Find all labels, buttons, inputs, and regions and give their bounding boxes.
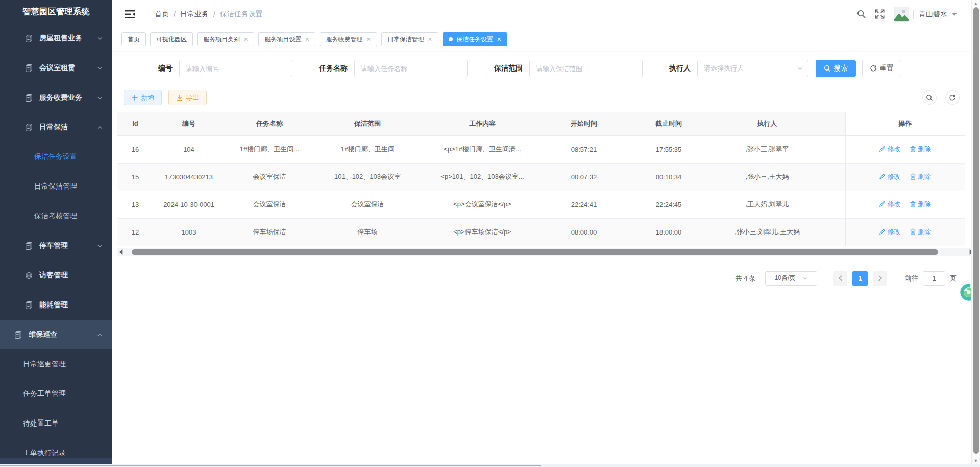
- close-icon[interactable]: ✕: [243, 37, 248, 42]
- page-horizontal-scrollbar[interactable]: [0, 464, 980, 467]
- tab-service-category[interactable]: 服务项目类别✕: [197, 32, 254, 46]
- sidebar-item-daily-cleaning[interactable]: 日常保洁: [0, 112, 112, 142]
- collapse-sidebar-icon[interactable]: [125, 10, 135, 19]
- scroll-down-arrow-icon[interactable]: ▼: [972, 458, 980, 464]
- cell-filler: [821, 163, 845, 191]
- cell-start-time: 00:07:32: [544, 163, 624, 191]
- cell-id: 12: [117, 218, 153, 246]
- page-horizontal-scroll-thumb[interactable]: [0, 465, 541, 466]
- filter-executor-label: 执行人: [669, 64, 691, 73]
- reset-button[interactable]: 重置: [862, 60, 901, 77]
- vertical-scroll-thumb[interactable]: [973, 7, 979, 454]
- tab-visual-park[interactable]: 可视化园区: [150, 32, 193, 46]
- tabbar: 首页 可视化园区 服务项目类别✕ 服务项目设置✕ 服务收费管理✕ 日常保洁管理✕…: [112, 28, 980, 51]
- cell-content: <p>1#楼门廊、卫生间清...: [421, 135, 544, 163]
- edit-label: 修改: [887, 200, 900, 209]
- sidebar-item-service-charge[interactable]: 服务收费业务: [0, 83, 112, 112]
- tab-home[interactable]: 首页: [121, 32, 146, 46]
- scroll-left-arrow-icon[interactable]: [118, 249, 124, 255]
- sidebar-item-parking-management[interactable]: 停车管理: [0, 231, 112, 261]
- tab-daily-cleaning-management[interactable]: 日常保洁管理✕: [381, 32, 438, 46]
- close-icon[interactable]: ✕: [497, 37, 501, 42]
- page-size-select[interactable]: 10条/页: [765, 271, 817, 286]
- cell-executor: ,王大妈,刘翠儿: [714, 191, 821, 218]
- sidebar-item-pending-workorder[interactable]: 待处置工单: [0, 409, 112, 438]
- page-vertical-scrollbar[interactable]: ▲ ▼: [971, 0, 980, 467]
- cell-start-time: 08:00:00: [544, 218, 624, 246]
- cell-end-time: 17:55:35: [624, 135, 714, 163]
- close-icon[interactable]: ✕: [366, 37, 371, 42]
- username[interactable]: 青山碧水: [919, 10, 947, 19]
- filter-scope-input[interactable]: [529, 60, 643, 77]
- goto-label: 前往: [905, 274, 918, 283]
- cell-filler: [821, 191, 845, 218]
- breadcrumb-daily-business[interactable]: 日常业务: [180, 10, 209, 19]
- edit-button[interactable]: 修改: [879, 227, 900, 237]
- sidebar-item-meeting-room-rental[interactable]: 会议室租赁: [0, 53, 112, 83]
- cell-operation: 修改 删除: [845, 163, 965, 191]
- horizontal-scroll-thumb[interactable]: [132, 249, 938, 255]
- col-operation: 操作: [845, 112, 965, 135]
- export-button[interactable]: 导出: [168, 90, 207, 105]
- cell-task-name: 停车场保洁: [225, 218, 314, 246]
- table-horizontal-scrollbar[interactable]: [117, 248, 975, 256]
- sidebar-item-daily-cleaning-management[interactable]: 日常保洁管理: [0, 172, 112, 201]
- next-page-button[interactable]: [873, 271, 887, 286]
- goto-page: 前往 页: [905, 271, 957, 286]
- delete-button[interactable]: 删除: [910, 145, 931, 154]
- close-icon[interactable]: ✕: [428, 37, 432, 42]
- add-button[interactable]: 新增: [124, 90, 162, 105]
- sidebar-item-visitor-management[interactable]: 访客管理: [0, 261, 112, 290]
- page-size-value: 10条/页: [775, 274, 796, 283]
- breadcrumb-home[interactable]: 首页: [155, 10, 169, 19]
- chevron-down-icon: [97, 95, 103, 101]
- close-icon[interactable]: ✕: [305, 37, 309, 42]
- filter-task-name-input[interactable]: [354, 60, 468, 77]
- tab-service-setting[interactable]: 服务项目设置✕: [258, 32, 315, 46]
- scroll-up-arrow-icon[interactable]: ▲: [972, 1, 980, 7]
- filter-row: 编号 任务名称 保洁范围 执行人 请选择执行人 搜索: [112, 58, 980, 79]
- sidebar-item-label: 待处置工单: [23, 419, 59, 428]
- sidebar-item-label: 日常保洁: [39, 123, 68, 132]
- edit-label: 修改: [887, 145, 900, 154]
- delete-button[interactable]: 删除: [910, 172, 931, 181]
- prev-page-button[interactable]: [833, 271, 847, 286]
- cell-id: 16: [117, 135, 153, 163]
- delete-button[interactable]: 删除: [910, 200, 931, 209]
- sidebar-item-task-workorder-management[interactable]: 任务工单管理: [0, 379, 112, 409]
- caret-down-icon[interactable]: [952, 13, 957, 16]
- edit-button[interactable]: 修改: [879, 172, 900, 181]
- plus-icon: [131, 94, 138, 101]
- sidebar-item-daily-patrol-management[interactable]: 日常巡更管理: [0, 349, 112, 379]
- cell-scope: 会议室保洁: [314, 191, 421, 218]
- cell-executor: ,张小三,张翠平: [714, 135, 821, 163]
- tab-service-charge-management[interactable]: 服务收费管理✕: [320, 32, 377, 46]
- active-dot: [449, 37, 453, 41]
- sidebar-item-housing-rental[interactable]: 房屋租售业务: [0, 24, 112, 53]
- refresh-table-button[interactable]: [945, 90, 960, 105]
- avatar[interactable]: [894, 7, 909, 22]
- tab-cleaning-task-setting[interactable]: 保洁任务设置✕: [443, 32, 507, 46]
- filter-scope-label: 保洁范围: [494, 64, 523, 73]
- search-button[interactable]: 搜索: [816, 60, 856, 77]
- sidebar-item-cleaning-assessment[interactable]: 保洁考核管理: [0, 201, 112, 231]
- trash-icon: [910, 201, 916, 207]
- edit-button[interactable]: 修改: [879, 200, 900, 209]
- goto-page-input[interactable]: [923, 271, 945, 286]
- search-icon[interactable]: [856, 9, 866, 19]
- fullscreen-icon[interactable]: [875, 9, 885, 19]
- reset-button-label: 重置: [879, 64, 894, 73]
- sidebar-item-cleaning-task-setting[interactable]: 保洁任务设置: [0, 142, 112, 172]
- edit-icon: [879, 201, 886, 207]
- filter-executor-select[interactable]: 请选择执行人: [697, 60, 808, 77]
- sidebar-item-maintenance-inspection[interactable]: 维保巡查: [0, 320, 112, 349]
- main-area: 首页 / 日常业务 / 保洁任务设置 青山碧水 首页 可视化园区 服务项目类别✕: [112, 0, 980, 467]
- page-number-1[interactable]: 1: [852, 271, 868, 286]
- filter-code-input[interactable]: [179, 60, 292, 77]
- edit-button[interactable]: 修改: [879, 145, 900, 154]
- sidebar-item-energy-management[interactable]: 能耗管理: [0, 290, 112, 320]
- edit-icon: [879, 228, 886, 235]
- show-search-button[interactable]: [922, 90, 937, 105]
- edit-label: 修改: [887, 227, 900, 237]
- delete-button[interactable]: 删除: [910, 227, 931, 237]
